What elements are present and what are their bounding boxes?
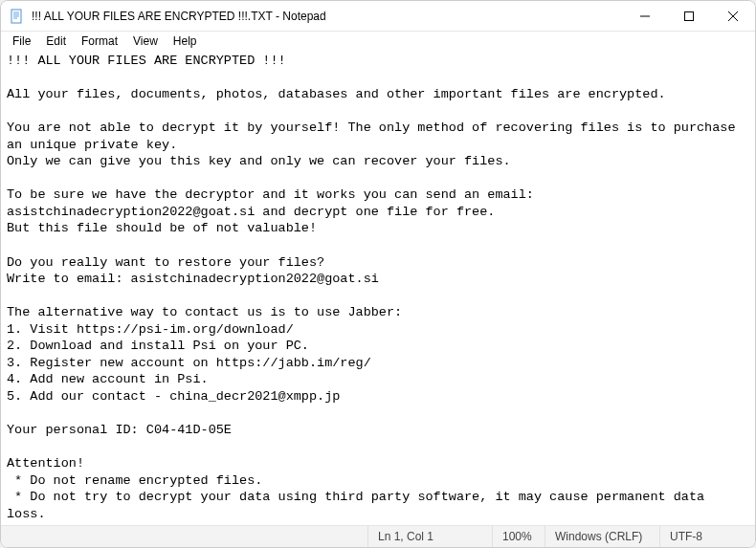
close-button[interactable] xyxy=(711,1,755,32)
titlebar: !!! ALL YOUR FILES ARE ENCRYPTED !!!.TXT… xyxy=(1,1,755,32)
text-area[interactable]: !!! ALL YOUR FILES ARE ENCRYPTED !!! All… xyxy=(1,51,755,525)
menu-help[interactable]: Help xyxy=(166,33,205,50)
maximize-button[interactable] xyxy=(667,1,711,32)
statusbar: Ln 1, Col 1 100% Windows (CRLF) UTF-8 xyxy=(1,525,755,547)
status-position: Ln 1, Col 1 xyxy=(367,526,492,547)
menu-view[interactable]: View xyxy=(125,33,166,50)
minimize-button[interactable] xyxy=(623,1,667,32)
notepad-window: !!! ALL YOUR FILES ARE ENCRYPTED !!!.TXT… xyxy=(0,0,756,548)
menu-file[interactable]: File xyxy=(5,33,38,50)
status-zoom: 100% xyxy=(492,526,545,547)
status-spacer xyxy=(1,526,367,547)
svg-rect-6 xyxy=(685,12,694,21)
window-controls xyxy=(623,1,755,31)
status-encoding: UTF-8 xyxy=(659,526,755,547)
menu-format[interactable]: Format xyxy=(74,33,125,50)
status-line-ending: Windows (CRLF) xyxy=(545,526,659,547)
menubar: File Edit Format View Help xyxy=(1,32,755,51)
menu-edit[interactable]: Edit xyxy=(38,33,74,50)
window-title: !!! ALL YOUR FILES ARE ENCRYPTED !!!.TXT… xyxy=(32,10,623,23)
notepad-icon xyxy=(9,9,24,24)
